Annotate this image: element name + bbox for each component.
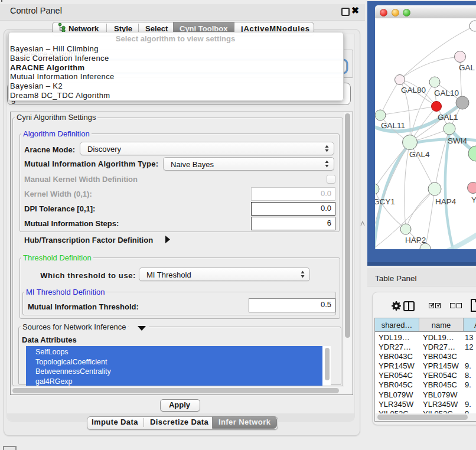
svg-text:GAL11: GAL11 [381, 121, 405, 130]
svg-text:GAL1: GAL1 [438, 113, 458, 122]
svg-text:GAL: GAL [459, 63, 475, 72]
svg-text:Y: Y [471, 195, 476, 204]
svg-text:SWI4: SWI4 [448, 136, 467, 145]
svg-text:GCY1: GCY1 [375, 197, 395, 206]
svg-text:GAL4: GAL4 [409, 150, 430, 159]
svg-text:GAL10: GAL10 [434, 89, 459, 97]
svg-text:HAP4: HAP4 [435, 197, 457, 206]
svg-text:HAP2: HAP2 [405, 236, 426, 244]
svg-text:GAL80: GAL80 [401, 86, 426, 94]
